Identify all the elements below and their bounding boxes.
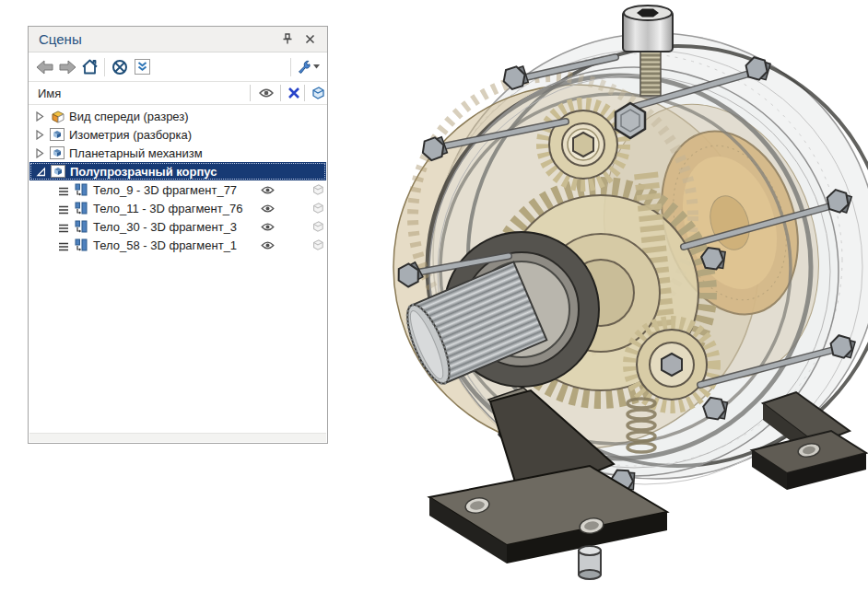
tree-item-label: Тело_9 - 3D фрагмент_77 — [93, 183, 237, 197]
body-icon — [73, 202, 89, 215]
tree-item-label: Планетарный механизм — [69, 146, 203, 160]
forward-arrow-icon[interactable] — [56, 56, 78, 78]
wireframe-cube-icon[interactable] — [309, 183, 325, 196]
tree-item-front-view[interactable]: Вид спереди (разрез) — [29, 107, 327, 125]
wireframe-cube-icon[interactable] — [309, 202, 325, 215]
cube-icon[interactable] — [307, 82, 327, 104]
eye-icon[interactable] — [259, 204, 276, 213]
wireframe-cube-icon[interactable] — [309, 220, 325, 233]
chevron-right-icon[interactable] — [35, 129, 46, 140]
home-icon[interactable] — [78, 56, 100, 78]
settings-wrench-icon[interactable] — [295, 59, 322, 75]
body-icon — [73, 183, 89, 197]
eye-icon[interactable] — [259, 241, 276, 250]
scenes-panel: Сцены Имя — [28, 26, 328, 444]
panel-title: Сцены — [39, 31, 82, 47]
horizontal-scrollbar[interactable] — [29, 433, 326, 442]
chevron-expanded-icon[interactable] — [36, 166, 47, 177]
chevron-right-icon[interactable] — [35, 147, 46, 158]
collapse-all-icon[interactable] — [131, 56, 153, 78]
operation-list-icon — [58, 240, 69, 250]
eye-icon[interactable] — [259, 186, 276, 194]
panel-toolbar — [29, 52, 327, 82]
operation-list-icon — [58, 185, 69, 194]
chevron-right-icon[interactable] — [35, 110, 46, 122]
tree-item-label: Тело_11 - 3D фрагмент_76 — [93, 202, 242, 215]
tree-item-body-9[interactable]: Тело_9 - 3D фрагмент_77 — [29, 180, 327, 199]
tree-item-label: Изометрия (разборка) — [69, 128, 192, 142]
pin-icon[interactable] — [279, 31, 296, 48]
tree-item-body-11[interactable]: Тело_11 - 3D фрагмент_76 — [29, 199, 327, 217]
tree-item-isometry[interactable]: Изометрия (разборка) — [29, 125, 327, 144]
tree-item-translucent-housing[interactable]: Полупрозрачный корпус — [29, 162, 326, 180]
body-icon — [73, 220, 89, 234]
section-cube-icon — [49, 110, 65, 123]
close-icon[interactable] — [301, 31, 318, 48]
view-cube-icon — [49, 128, 65, 142]
name-column-header[interactable]: Имя — [29, 87, 61, 100]
eye-icon[interactable] — [259, 223, 276, 231]
tree-item-label: Тело_30 - 3D фрагмент_3 — [93, 220, 237, 234]
tree-item-planetary-mechanism[interactable]: Планетарный механизм — [29, 144, 327, 162]
view-cube-icon — [49, 146, 65, 160]
operation-list-icon — [58, 222, 69, 231]
panel-titlebar: Сцены — [29, 27, 327, 52]
wireframe-cube-icon[interactable] — [309, 238, 325, 251]
tree-item-label: Тело_58 - 3D фрагмент_1 — [93, 238, 237, 252]
operation-list-icon — [58, 203, 69, 213]
tree-item-label: Вид спереди (разрез) — [69, 110, 189, 123]
body-icon — [73, 238, 89, 252]
column-header-row: Имя — [29, 82, 327, 105]
target-icon[interactable] — [109, 56, 131, 78]
scenes-tree: Вид спереди (разрез) Изометрия (разборка… — [29, 105, 327, 254]
tree-item-body-30[interactable]: Тело_30 - 3D фрагмент_3 — [29, 217, 327, 236]
tree-item-label: Полупрозрачный корпус — [70, 165, 217, 179]
view-cube-icon — [50, 165, 66, 179]
eye-icon[interactable] — [256, 82, 276, 104]
base-stud — [579, 546, 601, 579]
clear-x-icon[interactable] — [284, 82, 304, 104]
back-arrow-icon[interactable] — [34, 56, 56, 78]
tree-item-body-58[interactable]: Тело_58 - 3D фрагмент_1 — [29, 236, 327, 254]
